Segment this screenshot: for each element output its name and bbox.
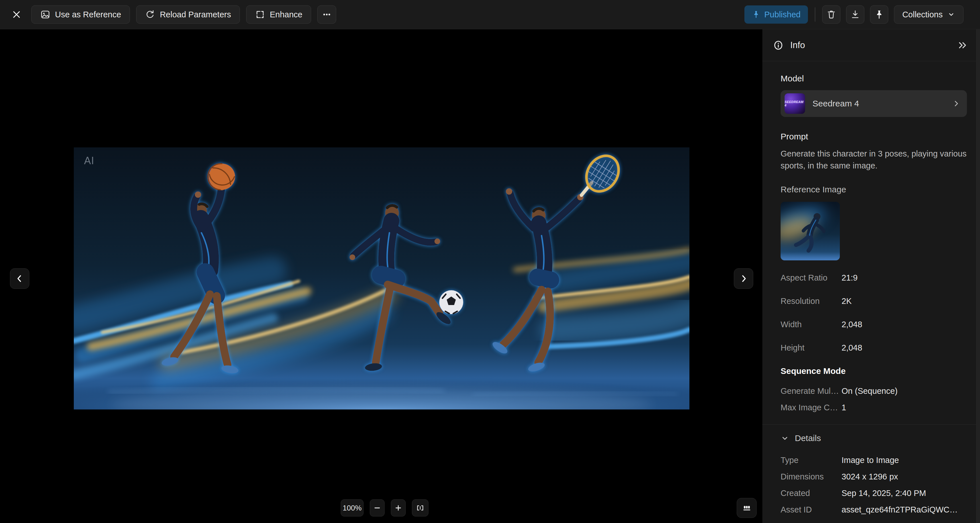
pin-icon [752, 10, 760, 19]
image-icon [40, 10, 51, 20]
download-button[interactable] [846, 5, 864, 24]
panel-title: Info [790, 40, 805, 51]
fit-width-icon [416, 504, 425, 512]
image-viewer-canvas: AI [0, 29, 762, 523]
chevron-right-icon [739, 274, 748, 284]
reference-image-thumbnail[interactable] [781, 202, 840, 260]
published-label: Published [764, 10, 800, 19]
more-options-button[interactable] [317, 5, 336, 24]
close-icon [12, 10, 21, 19]
detail-row-asset-id[interactable]: Asset ID asset_qze64fn2TPRaGiQWC… [781, 501, 967, 518]
reference-image-label: Reference Image [781, 185, 967, 194]
param-row-height: Height 2,048 [781, 336, 967, 360]
zoom-out-button[interactable] [370, 499, 385, 517]
next-image-button[interactable] [734, 268, 753, 289]
zoom-level-button[interactable]: 100% [341, 499, 364, 517]
info-icon [773, 40, 784, 51]
published-badge[interactable]: Published [745, 5, 808, 24]
close-button[interactable] [8, 6, 25, 23]
model-section-label: Model [781, 74, 967, 83]
minus-icon [374, 504, 381, 512]
info-panel-header: Info [762, 29, 980, 61]
toolbar-separator [815, 7, 815, 22]
download-icon [850, 10, 860, 20]
use-as-reference-button[interactable]: Use as Reference [31, 5, 130, 24]
previous-image-button[interactable] [10, 268, 29, 289]
fit-to-screen-button[interactable] [412, 499, 428, 517]
param-row-resolution: Resolution 2K [781, 289, 967, 313]
collections-label: Collections [902, 10, 943, 19]
enhance-icon [255, 10, 265, 20]
model-name: Seedream 4 [813, 99, 859, 108]
chevron-right-icon [952, 99, 961, 108]
double-chevron-right-icon [956, 40, 967, 50]
trash-icon [826, 10, 837, 20]
prompt-text: Generate this character in 3 poses, play… [781, 148, 967, 171]
pin-button[interactable] [870, 5, 888, 24]
collections-button[interactable]: Collections [894, 5, 964, 24]
zoom-in-button[interactable] [391, 499, 406, 517]
pushpin-icon [874, 10, 884, 20]
details-list: Type Image to Image Dimensions 3024 x 12… [781, 452, 967, 518]
param-row-generate-multiple: Generate Mul… On (Sequence) [781, 383, 967, 399]
details-section-toggle[interactable]: Details [781, 425, 967, 452]
reload-parameters-button[interactable]: Reload Parameters [136, 5, 240, 24]
info-panel: Info Model SEEDREAM 4 Seedream 4 Prompt … [762, 29, 980, 523]
model-thumbnail: SEEDREAM 4 [784, 94, 805, 114]
sequence-mode-header: Sequence Mode [781, 360, 967, 383]
model-card[interactable]: SEEDREAM 4 Seedream 4 [781, 90, 967, 117]
reference-art-floor [781, 252, 840, 260]
use-as-reference-label: Use as Reference [55, 10, 121, 19]
prompt-section-label: Prompt [781, 132, 967, 141]
delete-button[interactable] [822, 5, 840, 24]
param-row-max-image-count: Max Image C… 1 [781, 399, 967, 416]
detail-row-created: Created Sep 14, 2025, 2:40 PM [781, 485, 967, 501]
reload-icon [145, 10, 155, 20]
zoom-controls: 100% [341, 499, 428, 517]
param-row-aspect-ratio: Aspect Ratio 21:9 [781, 266, 967, 289]
generated-image-art [74, 147, 689, 409]
enhance-label: Enhance [270, 10, 302, 19]
top-toolbar: Use as Reference Reload Parameters Enhan… [0, 0, 980, 29]
collapse-panel-button[interactable] [956, 40, 967, 50]
param-row-width: Width 2,048 [781, 313, 967, 336]
detail-row-dimensions: Dimensions 3024 x 1296 px [781, 468, 967, 485]
parameter-list: Aspect Ratio 21:9 Resolution 2K Width 2,… [781, 266, 967, 416]
generated-image[interactable]: AI [74, 147, 689, 409]
detail-row-type: Type Image to Image [781, 452, 967, 468]
thumbnail-strip-toggle-button[interactable] [737, 498, 757, 518]
chevron-down-icon [781, 434, 789, 442]
reload-parameters-label: Reload Parameters [160, 10, 231, 19]
model-thumb-text: SEEDREAM 4 [784, 100, 805, 107]
plus-icon [395, 504, 402, 512]
enhance-button[interactable]: Enhance [246, 5, 311, 24]
more-icon [321, 10, 332, 20]
thumbnail-strip-icon [741, 503, 752, 513]
chevron-left-icon [15, 274, 24, 284]
details-section-label: Details [795, 433, 821, 443]
ai-watermark: AI [84, 155, 94, 167]
chevron-down-icon [947, 11, 955, 19]
